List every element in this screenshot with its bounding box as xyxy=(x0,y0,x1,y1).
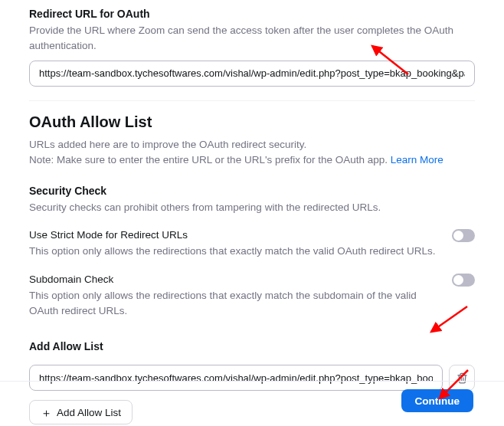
redirect-url-label: Redirect URL for OAuth xyxy=(29,8,475,20)
strict-mode-desc: This option only allows the redirections… xyxy=(29,244,443,259)
add-allowlist-label: Add Allow List xyxy=(29,340,475,352)
security-check-label: Security Check xyxy=(29,185,475,197)
toggle-knob xyxy=(453,275,463,285)
learn-more-link[interactable]: Learn More xyxy=(391,154,443,165)
continue-button[interactable]: Continue xyxy=(401,389,474,412)
subdomain-check-label: Subdomain Check xyxy=(29,274,443,285)
allowlist-help-line1: URLs added here are to improve the OAuth… xyxy=(29,139,306,150)
security-check-desc: Security checks can prohibit others from… xyxy=(29,200,475,215)
section-divider xyxy=(29,100,475,101)
subdomain-check-desc: This option only allows the redirections… xyxy=(29,288,443,320)
oauth-allowlist-help: URLs added here are to improve the OAuth… xyxy=(29,137,475,169)
redirect-url-help: Provide the URL where Zoom can send the … xyxy=(29,23,475,54)
footer-bar: Continue xyxy=(0,381,504,420)
allowlist-help-line2: Note: Make sure to enter the entire URL … xyxy=(29,154,391,165)
strict-mode-toggle[interactable] xyxy=(452,229,475,242)
toggle-knob xyxy=(453,231,463,241)
oauth-allowlist-title: OAuth Allow List xyxy=(29,113,475,131)
strict-mode-label: Use Strict Mode for Redirect URLs xyxy=(29,229,443,241)
redirect-url-input[interactable] xyxy=(29,61,475,87)
subdomain-check-toggle[interactable] xyxy=(452,274,475,287)
